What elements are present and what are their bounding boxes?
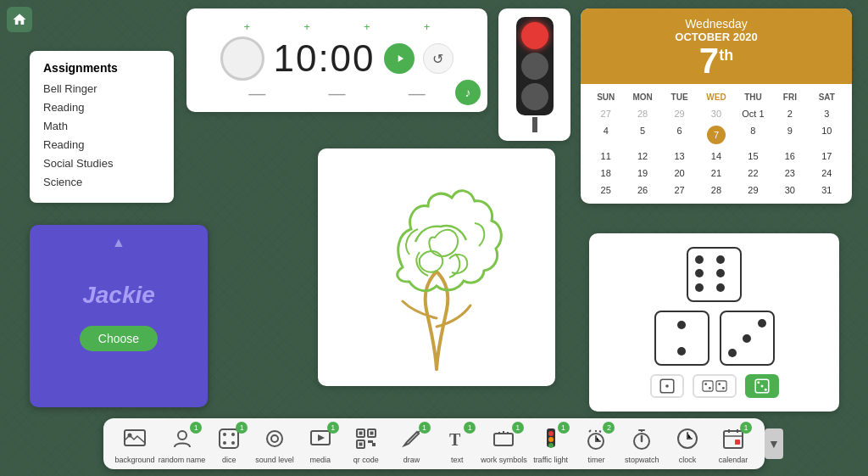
- cal-mon: MON: [624, 89, 660, 105]
- toolbar-stopwatch[interactable]: stopwatch: [620, 423, 664, 464]
- media-badge: 1: [327, 422, 339, 434]
- traffic-light-label: traffic light: [533, 456, 568, 464]
- toolbar-scroll-button[interactable]: ▼: [765, 428, 783, 459]
- assignments-panel: Assignments Bell Ringer Reading Math Rea…: [30, 51, 174, 203]
- traffic-light-yellow[interactable]: [521, 53, 548, 80]
- dice-widget: [589, 233, 839, 412]
- qr-code-icon: [351, 423, 381, 454]
- timer-badge: 2: [603, 422, 615, 434]
- stopwatch-label: stopwatch: [625, 456, 659, 464]
- cal-week-5: 25 26 27 28 29 30 31: [587, 182, 845, 199]
- calendar-day-number: 7th: [587, 43, 845, 79]
- random-name-label: random name: [159, 456, 206, 464]
- assignment-reading-1[interactable]: Reading: [43, 98, 160, 117]
- timer-plus-2[interactable]: +: [303, 20, 310, 33]
- timer-minus-3[interactable]: —: [409, 84, 426, 104]
- student-arrow-icon[interactable]: ▲: [112, 235, 125, 250]
- toolbar-text[interactable]: 1 T text: [435, 423, 479, 464]
- toolbar-work-symbols[interactable]: 1 work symbols: [481, 423, 527, 464]
- svg-rect-42: [735, 440, 740, 445]
- assignment-bell-ringer[interactable]: Bell Ringer: [43, 80, 160, 98]
- toolbar-clock[interactable]: clock: [665, 423, 709, 464]
- svg-text:T: T: [449, 430, 461, 449]
- timer-circle: [220, 36, 264, 81]
- svg-point-14: [178, 431, 186, 440]
- cal-week-3: 11 12 13 14 15 16 17: [587, 148, 845, 165]
- bottom-toolbar: background 1 random name 1 dice sound le…: [103, 418, 765, 469]
- text-label: text: [451, 456, 464, 464]
- cal-sun: SUN: [587, 89, 624, 105]
- dice-single-btn[interactable]: [650, 374, 684, 398]
- work-symbols-label: work symbols: [481, 456, 527, 464]
- timer-play-button[interactable]: [384, 43, 415, 74]
- timer-main-row: 10:00 ↺: [200, 36, 474, 81]
- dice-six[interactable]: [687, 247, 742, 302]
- svg-point-11: [764, 389, 766, 391]
- clock-icon: [672, 423, 703, 454]
- traffic-light-widget: [498, 8, 570, 141]
- toolbar-draw[interactable]: 1 draw: [390, 423, 434, 464]
- home-button[interactable]: [7, 7, 32, 32]
- dice-badge: 1: [236, 422, 248, 434]
- cal-week-1: 27 28 29 30 Oct 1 2 3: [587, 105, 845, 122]
- svg-rect-27: [370, 432, 373, 435]
- timer-minus-1[interactable]: —: [248, 84, 265, 104]
- draw-badge: 1: [419, 422, 431, 434]
- timer-plus-4[interactable]: +: [424, 20, 431, 33]
- toolbar-background[interactable]: background: [113, 423, 157, 464]
- svg-rect-31: [370, 440, 373, 443]
- svg-point-1: [665, 384, 669, 388]
- svg-rect-26: [359, 432, 362, 435]
- toolbar-timer[interactable]: 2 timer: [574, 423, 618, 464]
- toolbar-traffic-light[interactable]: 1 traffic light: [529, 423, 573, 464]
- timer-plus-3[interactable]: +: [364, 20, 370, 33]
- dice-three[interactable]: [720, 311, 775, 366]
- toolbar-media[interactable]: 1 media: [298, 423, 342, 464]
- choose-button[interactable]: Choose: [80, 326, 158, 351]
- toolbar-dice[interactable]: 1 dice: [207, 423, 251, 464]
- work-symbols-badge: 1: [512, 422, 524, 434]
- dice-controls: [603, 374, 826, 398]
- svg-point-13: [127, 434, 131, 438]
- svg-rect-29: [368, 440, 370, 443]
- svg-point-10: [760, 385, 763, 388]
- svg-point-21: [271, 435, 278, 442]
- svg-rect-2: [702, 381, 712, 391]
- dice-two[interactable]: [654, 311, 709, 366]
- traffic-light-green[interactable]: [521, 83, 548, 110]
- dice-double-btn[interactable]: [693, 374, 737, 398]
- cal-fri: FRI: [771, 89, 808, 105]
- assignment-math[interactable]: Math: [43, 117, 160, 136]
- assignment-social-studies[interactable]: Social Studies: [43, 154, 160, 173]
- traffic-light-badge: 1: [558, 422, 570, 434]
- calendar-widget: Wednesday OCTOBER 2020 7th SUN MON TUE W…: [581, 8, 852, 204]
- svg-rect-33: [494, 434, 513, 445]
- drawing-widget[interactable]: [318, 148, 555, 386]
- timer-minus-2[interactable]: —: [328, 84, 345, 104]
- toolbar-calendar[interactable]: 1 calendar: [711, 423, 755, 464]
- dice-roll-btn[interactable]: [745, 374, 779, 398]
- dice-mid-row: [603, 311, 826, 366]
- traffic-light-red[interactable]: [521, 22, 548, 49]
- cal-week-2: 4 5 6 7 8 9 10: [587, 122, 845, 148]
- dice-top-row: [603, 247, 826, 302]
- toolbar-qr-code[interactable]: qr code: [344, 423, 388, 464]
- calendar-header: Wednesday OCTOBER 2020 7th: [581, 8, 852, 84]
- toolbar-random-name[interactable]: 1 random name: [159, 423, 206, 464]
- svg-point-35: [548, 431, 554, 436]
- svg-rect-5: [715, 381, 726, 391]
- cal-wed: WED: [698, 89, 734, 105]
- clock-label: clock: [679, 456, 697, 464]
- timer-reset-button[interactable]: ↺: [423, 43, 453, 74]
- student-card: ▲ Jackie Choose: [30, 225, 208, 407]
- toolbar-sound-level[interactable]: sound level: [253, 423, 297, 464]
- timer-music-button[interactable]: ♪: [455, 80, 481, 105]
- svg-point-6: [718, 383, 721, 385]
- assignment-reading-2[interactable]: Reading: [43, 136, 160, 154]
- assignment-science[interactable]: Science: [43, 173, 160, 192]
- timer-plus-1[interactable]: +: [244, 20, 251, 33]
- random-name-badge: 1: [190, 422, 202, 434]
- svg-point-7: [721, 387, 724, 389]
- student-name: Jackie: [82, 282, 155, 309]
- svg-point-9: [757, 381, 760, 384]
